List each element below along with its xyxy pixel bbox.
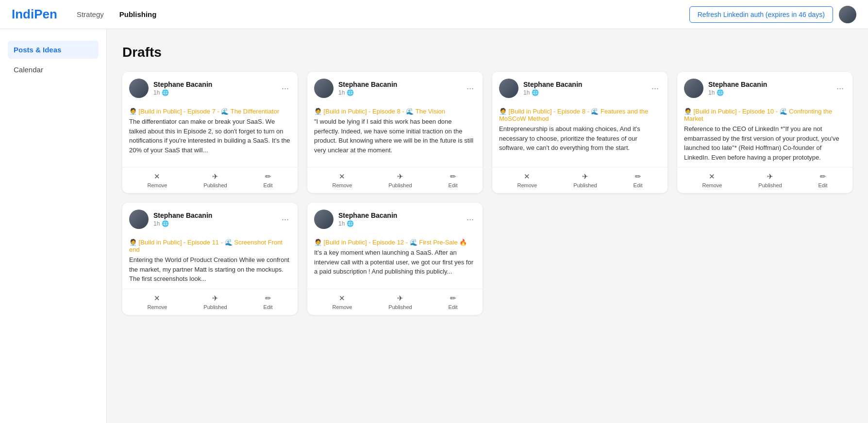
edit-action-button[interactable]: ✏Edit <box>449 294 458 310</box>
avatar-image <box>839 6 856 23</box>
published-action-label: Published <box>573 182 597 188</box>
card-header: Stephane Bacanin1h 🌐··· <box>307 72 483 103</box>
published-action-label: Published <box>203 182 227 188</box>
edit-action-label: Edit <box>449 304 458 310</box>
card-actions: ✕Remove✈Published✏Edit <box>677 167 852 193</box>
published-action-button[interactable]: ✈Published <box>203 294 227 310</box>
draft-card-4: Stephane Bacanin1h 🌐···🧑‍💼 [Build in Pub… <box>122 203 298 315</box>
remove-action-icon: ✕ <box>339 172 345 181</box>
card-menu-button[interactable]: ··· <box>650 81 661 96</box>
remove-action-button[interactable]: ✕Remove <box>332 172 352 188</box>
card-tag: 🧑‍💼 [Build in Public] - Episode 7 - 🌊 Th… <box>129 108 291 115</box>
remove-action-button[interactable]: ✕Remove <box>147 294 167 310</box>
nav-publishing[interactable]: Publishing <box>119 10 157 18</box>
card-author-name: Stephane Bacanin <box>153 212 280 219</box>
draft-card-0: Stephane Bacanin1h 🌐···🧑‍💼 [Build in Pub… <box>122 72 298 193</box>
published-action-button[interactable]: ✈Published <box>388 294 412 310</box>
sidebar-item-calendar[interactable]: Calendar <box>8 61 99 79</box>
card-scroll-area[interactable]: 🧑‍💼 [Build in Public] - Episode 8 - 🌊 Fe… <box>499 108 661 153</box>
published-action-button[interactable]: ✈Published <box>388 172 412 188</box>
card-body: 🧑‍💼 [Build in Public] - Episode 12 - 🌊 F… <box>307 234 483 289</box>
edit-action-button[interactable]: ✏Edit <box>449 172 458 188</box>
card-content-text: The differentiator can make or break you… <box>129 117 291 155</box>
remove-action-label: Remove <box>147 182 167 188</box>
published-action-label: Published <box>388 182 412 188</box>
edit-action-label: Edit <box>449 182 458 188</box>
published-action-icon: ✈ <box>212 294 218 303</box>
edit-action-icon: ✏ <box>450 294 456 303</box>
empty-card-placeholder <box>492 203 668 315</box>
card-actions: ✕Remove✈Published✏Edit <box>307 289 483 315</box>
edit-action-button[interactable]: ✏Edit <box>264 294 273 310</box>
page-title: Drafts <box>122 45 852 60</box>
card-author-name: Stephane Bacanin <box>708 81 835 88</box>
card-header: Stephane Bacanin1h 🌐··· <box>677 72 852 103</box>
card-avatar <box>314 210 334 229</box>
remove-action-button[interactable]: ✕Remove <box>147 172 167 188</box>
card-scroll-area[interactable]: 🧑‍💼 [Build in Public] - Episode 7 - 🌊 Th… <box>129 108 291 155</box>
card-content-text: It's a key moment when launching a SaaS.… <box>314 248 476 277</box>
draft-card-1: Stephane Bacanin1h 🌐···🧑‍💼 [Build in Pub… <box>307 72 483 193</box>
card-actions: ✕Remove✈Published✏Edit <box>492 167 668 193</box>
card-avatar <box>129 210 149 229</box>
globe-icon: 🌐 <box>162 89 169 96</box>
card-author-name: Stephane Bacanin <box>523 81 650 88</box>
published-action-icon: ✈ <box>397 172 403 181</box>
card-body: 🧑‍💼 [Build in Public] - Episode 8 - 🌊 Th… <box>307 103 483 167</box>
published-action-button[interactable]: ✈Published <box>203 172 227 188</box>
topnav: IndiPen Strategy Publishing Refresh Link… <box>0 0 868 29</box>
card-content-text: Reference to the CEO of LinkedIn *"If yo… <box>684 124 846 162</box>
edit-action-icon: ✏ <box>450 172 456 181</box>
main-content: Drafts Stephane Bacanin1h 🌐···🧑‍💼 [Build… <box>107 29 868 423</box>
remove-action-icon: ✕ <box>339 294 345 303</box>
remove-action-button[interactable]: ✕Remove <box>332 294 352 310</box>
card-avatar <box>499 79 518 98</box>
card-scroll-area[interactable]: 🧑‍💼 [Build in Public] - Episode 12 - 🌊 F… <box>314 239 476 277</box>
published-action-button[interactable]: ✈Published <box>573 172 597 188</box>
published-action-label: Published <box>203 304 227 310</box>
published-action-icon: ✈ <box>767 172 773 181</box>
edit-action-button[interactable]: ✏Edit <box>264 172 273 188</box>
edit-action-icon: ✏ <box>635 172 641 181</box>
logo[interactable]: IndiPen <box>12 7 57 22</box>
nav-strategy[interactable]: Strategy <box>77 10 104 18</box>
card-content-text: Entering the World of Product Creation W… <box>129 255 291 284</box>
nav-right: Refresh Linkedin auth (expires in 46 day… <box>689 6 856 23</box>
cards-row-1: Stephane Bacanin1h 🌐···🧑‍💼 [Build in Pub… <box>122 72 852 193</box>
card-avatar <box>129 79 149 98</box>
card-scroll-area[interactable]: 🧑‍💼 [Build in Public] - Episode 8 - 🌊 Th… <box>314 108 476 155</box>
card-menu-button[interactable]: ··· <box>465 212 476 227</box>
remove-action-button[interactable]: ✕Remove <box>702 172 722 188</box>
card-avatar <box>684 79 703 98</box>
published-action-label: Published <box>758 182 782 188</box>
card-actions: ✕Remove✈Published✏Edit <box>122 167 298 193</box>
card-tag: 🧑‍💼 [Build in Public] - Episode 8 - 🌊 Th… <box>314 108 476 115</box>
card-menu-button[interactable]: ··· <box>835 81 846 96</box>
card-header: Stephane Bacanin1h 🌐··· <box>492 72 668 103</box>
edit-action-button[interactable]: ✏Edit <box>634 172 643 188</box>
refresh-linkedin-button[interactable]: Refresh Linkedin auth (expires in 46 day… <box>689 6 833 23</box>
card-scroll-area[interactable]: 🧑‍💼 [Build in Public] - Episode 11 - 🌊 S… <box>129 239 291 284</box>
nav-links: Strategy Publishing <box>77 10 157 18</box>
sidebar-item-posts-ideas[interactable]: Posts & Ideas <box>8 41 99 59</box>
card-menu-button[interactable]: ··· <box>280 81 291 96</box>
card-author-meta: 1h 🌐 <box>153 220 280 227</box>
published-action-label: Published <box>388 304 412 310</box>
globe-icon: 🌐 <box>347 89 354 96</box>
remove-action-label: Remove <box>332 304 352 310</box>
card-scroll-area[interactable]: 🧑‍💼 [Build in Public] - Episode 10 - 🌊 C… <box>684 108 846 162</box>
edit-action-label: Edit <box>264 182 273 188</box>
edit-action-button[interactable]: ✏Edit <box>818 172 828 188</box>
card-menu-button[interactable]: ··· <box>280 212 291 227</box>
empty-card-placeholder <box>677 203 852 315</box>
published-action-button[interactable]: ✈Published <box>758 172 782 188</box>
draft-card-3: Stephane Bacanin1h 🌐···🧑‍💼 [Build in Pub… <box>677 72 852 193</box>
card-menu-button[interactable]: ··· <box>465 81 476 96</box>
edit-action-label: Edit <box>264 304 273 310</box>
remove-action-button[interactable]: ✕Remove <box>517 172 537 188</box>
card-author-meta: 1h 🌐 <box>523 89 650 96</box>
remove-action-label: Remove <box>702 182 722 188</box>
card-header: Stephane Bacanin1h 🌐··· <box>122 203 298 234</box>
user-avatar[interactable] <box>839 6 856 23</box>
card-tag: 🧑‍💼 [Build in Public] - Episode 10 - 🌊 C… <box>684 108 846 122</box>
